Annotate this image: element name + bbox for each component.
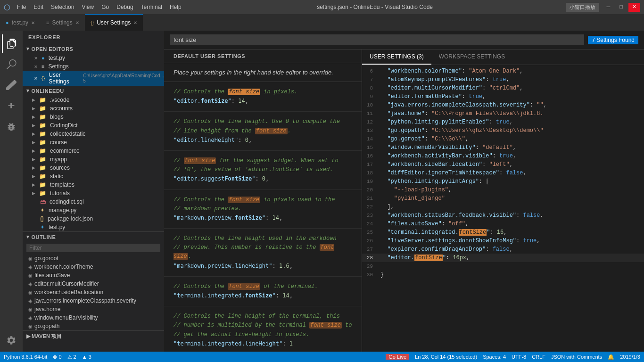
code-6: "terminal.integrated.fontSize": 14, (173, 291, 352, 300)
outline-dot-2: ◉ (28, 273, 33, 278)
folder-ecommerce[interactable]: ▶ 📁 ecommerce (23, 147, 164, 155)
line-17: 17 "workbench.sideBar.location": "left", (362, 160, 644, 169)
folder-codingdict[interactable]: ▶ 📁 CodingDict (23, 121, 164, 130)
folder-static[interactable]: ▶ 📁 static (23, 172, 164, 181)
minimize-btn[interactable]: ─ (603, 3, 614, 12)
close-btn[interactable]: ✕ (628, 3, 640, 12)
line-15: 15 "window.menuBarVisibility": "default"… (362, 143, 644, 152)
folder-course-icon: 📁 (39, 139, 46, 146)
open-editor-path: C:\Users\ghz\AppData\Roaming\Cod... 5 (83, 73, 164, 83)
activity-debug[interactable] (2, 97, 21, 115)
folder-course[interactable]: ▶ 📁 course (23, 138, 164, 147)
folder-vscode[interactable]: ▶ 📁 .vscode (23, 96, 164, 104)
tab-py-icon: ● (6, 20, 9, 25)
statusbar-golive[interactable]: Go Live (386, 354, 409, 360)
line-content-22: ], (379, 203, 644, 211)
close-icon3[interactable]: ✕ (34, 76, 38, 81)
statusbar-position[interactable]: Ln 28, Col 14 (15 selected) (415, 354, 477, 360)
activity-git[interactable] (2, 76, 21, 95)
outline-item-7[interactable]: ◉ window.menuBarVisibility (23, 313, 164, 322)
tab-user-settings-close[interactable]: ✕ (133, 20, 137, 25)
menu-go[interactable]: Go (99, 3, 112, 11)
code-5: "markdown.preview.lineHeight": 1.6, (173, 262, 352, 271)
activity-extensions[interactable] (2, 117, 21, 136)
open-editor-test-py[interactable]: ✕ ● test.py (23, 54, 164, 62)
file-manage-py[interactable]: ✦ manage.py (23, 206, 164, 214)
close-icon[interactable]: ✕ (34, 56, 38, 61)
outline-item-1[interactable]: ◉ workbench.colorTheme (23, 263, 164, 271)
folder-blogs[interactable]: ▶ 📁 blogs (23, 113, 164, 121)
outline-item-6[interactable]: ◉ java.home (23, 305, 164, 313)
outline-item-3[interactable]: ◉ editor.multiCursorModifier (23, 280, 164, 288)
line-content-27: "explorer.confirmDragAndDrop": false, (379, 245, 644, 254)
menu-help[interactable]: Help (167, 3, 184, 11)
default-settings-header: DEFAULT USER SETTINGS (164, 49, 362, 63)
file-test-py[interactable]: ✦ test.py (23, 223, 164, 231)
maven-header[interactable]: ▶ MAVEN 项目 (26, 333, 160, 340)
tab-workspace-settings[interactable]: WORKSPACE SETTINGS (431, 49, 512, 65)
file-test-py-label: test.py (49, 224, 65, 230)
menu-terminal[interactable]: Terminal (138, 3, 165, 11)
folder-templates[interactable]: ▶ 📁 templates (23, 181, 164, 189)
open-editors-header[interactable]: ▾ OPEN EDITORS (23, 44, 164, 54)
menu-edit[interactable]: Edit (31, 3, 46, 11)
folder-sources[interactable]: ▶ 📁 sources (23, 164, 164, 172)
folder-tutorials[interactable]: ▶ 📁 tutorials (23, 189, 164, 197)
mini-player-btn[interactable]: 小窗口播放 (566, 3, 599, 12)
outline-dot-4: ◉ (28, 290, 33, 295)
outline-header[interactable]: ▾ OUTLINE (23, 232, 164, 242)
folder-sources-label: sources (50, 165, 70, 171)
outline-item-0[interactable]: ◉ go.goroot (23, 254, 164, 263)
comment-4b: // markdown preview. (173, 205, 352, 214)
tab-user-settings[interactable]: {} User Settings ✕ (85, 14, 143, 31)
tab-test-py-close[interactable]: ✕ (31, 20, 35, 25)
menu-file[interactable]: File (14, 3, 29, 11)
activity-settings[interactable] (2, 331, 21, 350)
outline-item-8[interactable]: ◉ go.gopath (23, 322, 164, 330)
tab-settings[interactable]: ≡ Settings ✕ (41, 14, 85, 31)
activity-search[interactable] (2, 55, 21, 74)
statusbar-spaces[interactable]: Spaces: 4 (483, 354, 506, 360)
search-input[interactable] (170, 34, 584, 45)
statusbar-encoding[interactable]: UTF-8 (512, 354, 526, 360)
line-num-23: 23 (362, 211, 379, 220)
tab-test-py[interactable]: ● test.py ✕ (0, 14, 41, 31)
folder-accounts[interactable]: ▶ 📁 accounts (23, 104, 164, 113)
folder-myapp[interactable]: ▶ 📁 myapp (23, 155, 164, 164)
statusbar-bell[interactable]: 🔔 (608, 354, 614, 360)
statusbar-eol[interactable]: CRLF (532, 354, 545, 360)
menu-view[interactable]: View (79, 3, 97, 11)
menu-debug[interactable]: Debug (114, 3, 136, 11)
folder-collectedstatic-label: collectedstatic (50, 131, 85, 137)
statusbar-python[interactable]: Python 3.6.1 64-bit (4, 354, 47, 360)
file-codingdict-sql[interactable]: 🗃 codingdict.sql (23, 197, 164, 206)
code-lines: 6 "workbench.colorTheme": "Atom One Dark… (362, 65, 644, 279)
project-name: ONLINEEDU (32, 88, 64, 94)
file-package-lock-json[interactable]: {} package-lock.json (23, 214, 164, 223)
statusbar-lang[interactable]: JSON with Comments (551, 354, 602, 360)
statusbar-errors[interactable]: ⊗ 0 (53, 354, 61, 360)
tab-settings-close[interactable]: ✕ (75, 20, 79, 25)
comment-7c: // get the actual line-height in pixels. (173, 330, 352, 339)
folder-course-caret: ▶ (32, 140, 35, 145)
statusbar-warnings[interactable]: ⚠ 2 (67, 354, 76, 360)
project-header[interactable]: ▾ ONLINEEDU (23, 86, 164, 96)
user-settings-panel: USER SETTINGS (3) WORKSPACE SETTINGS 6 "… (362, 49, 644, 352)
activity-explorer[interactable] (2, 34, 21, 53)
statusbar-info[interactable]: ▲ 3 (82, 354, 91, 360)
line-num-19: 19 (362, 177, 379, 186)
outline-filter-input[interactable] (26, 244, 160, 252)
code-block-1: // Controls the font size in pixels. "ed… (164, 82, 362, 112)
outline-item-4[interactable]: ◉ workbench.sideBar.location (23, 288, 164, 296)
folder-myapp-icon: 📁 (39, 156, 46, 163)
open-editor-settings[interactable]: ✕ ≡ Settings (23, 62, 164, 71)
tab-user-settings-panel[interactable]: USER SETTINGS (3) (362, 49, 431, 65)
close-icon2[interactable]: ✕ (34, 64, 38, 69)
maximize-btn[interactable]: □ (616, 3, 627, 12)
open-editor-user-settings[interactable]: ✕ {} User Settings C:\Users\ghz\AppData\… (23, 71, 164, 86)
outline-item-5[interactable]: ◉ java.errors.incompleteClasspath.severi… (23, 296, 164, 305)
tab-user-settings-icon: {} (91, 20, 94, 25)
folder-collectedstatic[interactable]: ▶ 📁 collectedstatic (23, 130, 164, 138)
menu-selection[interactable]: Selection (48, 3, 77, 11)
outline-item-2[interactable]: ◉ files.autoSave (23, 271, 164, 280)
